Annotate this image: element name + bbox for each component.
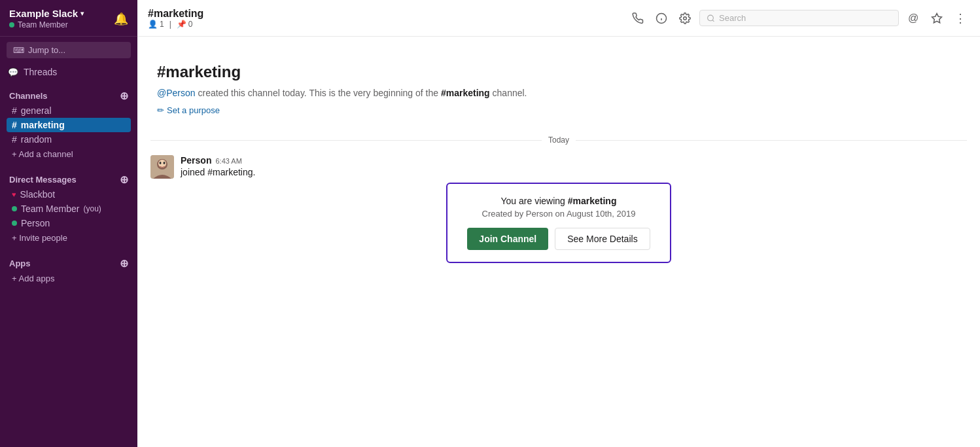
svg-point-10	[160, 162, 162, 164]
sidebar-item-general[interactable]: # general	[7, 103, 131, 118]
hash-icon: #	[12, 105, 17, 116]
slackbot-heart-icon: ♥	[12, 190, 16, 198]
apps-section: Apps ⊕ + Add apps	[0, 248, 137, 289]
sidebar-item-team-member[interactable]: Team Member (you)	[7, 202, 131, 216]
channel-title-area: #marketing 👤 1 | 📌 0	[148, 8, 203, 29]
dm-person-label: Person	[21, 218, 50, 228]
sidebar-item-threads[interactable]: 💬 Threads	[0, 63, 137, 80]
svg-line-5	[712, 20, 714, 21]
message-text: joined #marketing.	[181, 167, 967, 177]
sidebar-item-slackbot[interactable]: ♥ Slackbot	[7, 187, 131, 202]
invite-people-link[interactable]: + Invite people	[7, 230, 131, 245]
channels-section-header: Channels ⊕	[7, 90, 131, 102]
channel-random-label: random	[21, 134, 52, 145]
search-box[interactable]	[699, 10, 899, 26]
dm-section: Direct Messages ⊕ ♥ Slackbot Team Member…	[0, 164, 137, 248]
notification-bell-icon[interactable]: 🔔	[114, 12, 128, 26]
channel-mention[interactable]: @Person	[157, 88, 196, 98]
you-label: (you)	[83, 204, 101, 213]
message-body: Person 6:43 AM joined #marketing.	[181, 155, 967, 179]
sidebar-header: Example Slack ▾ Team Member 🔔	[0, 0, 137, 37]
pin-icon: 📌	[177, 20, 186, 29]
svg-marker-6	[932, 13, 942, 22]
jump-to-label: Jump to...	[28, 45, 65, 55]
intro-text-start: created this channel today. This is the …	[198, 88, 441, 98]
dm-slackbot-label: Slackbot	[20, 189, 56, 200]
dm-online-icon	[12, 221, 17, 226]
viewing-text-label: You are viewing	[501, 196, 565, 206]
svg-point-11	[164, 162, 166, 164]
workspace-name-text: Example Slack	[9, 8, 78, 19]
svg-point-4	[708, 15, 714, 21]
svg-point-3	[684, 16, 687, 20]
add-apps-icon[interactable]: ⊕	[120, 257, 128, 270]
sidebar-item-marketing[interactable]: # marketing	[7, 118, 131, 132]
sidebar-item-person[interactable]: Person	[7, 216, 131, 230]
today-divider: Today	[137, 129, 980, 151]
dm-label: Direct Messages	[9, 175, 77, 185]
add-apps-label: + Add apps	[12, 274, 54, 283]
join-channel-button[interactable]: Join Channel	[467, 228, 548, 250]
viewing-text: You are viewing #marketing	[467, 196, 650, 206]
separator: |	[169, 20, 171, 29]
dm-team-member-label: Team Member	[21, 204, 79, 214]
members-info: 👤 1	[148, 20, 164, 29]
sidebar-item-random[interactable]: # random	[7, 132, 131, 147]
message-header: Person 6:43 AM	[181, 155, 967, 166]
bottom-area: You are viewing #marketing Created by Pe…	[137, 183, 980, 276]
members-count: 1	[160, 20, 164, 29]
members-icon: 👤	[148, 20, 158, 29]
set-purpose-link[interactable]: ✏ Set a purpose	[157, 105, 220, 115]
channel-ref: #marketing	[441, 88, 490, 98]
messages-area: #marketing @Person created this channel …	[137, 37, 980, 447]
mention-icon[interactable]: @	[904, 9, 922, 27]
see-more-details-button[interactable]: See More Details	[555, 228, 650, 250]
hash-icon: #	[12, 120, 17, 130]
join-card-buttons: Join Channel See More Details	[467, 228, 650, 250]
more-icon[interactable]: ⋮	[951, 9, 970, 27]
add-channel-link-label: + Add a channel	[12, 149, 73, 159]
apps-section-header: Apps ⊕	[7, 257, 131, 270]
dm-section-header: Direct Messages ⊕	[7, 173, 131, 186]
workspace-name[interactable]: Example Slack ▾	[9, 8, 84, 19]
message-row: Person 6:43 AM joined #marketing.	[137, 151, 980, 183]
created-text: Created by Person on August 10th, 2019	[467, 209, 650, 219]
divider-label: Today	[548, 135, 569, 145]
threads-label: Threads	[24, 67, 57, 77]
channel-intro-description: @Person created this channel today. This…	[157, 86, 960, 100]
user-role-label: Team Member	[18, 20, 68, 29]
message-sender: Person	[181, 155, 211, 166]
topbar-icons: @ ⋮	[629, 9, 970, 27]
channel-intro-heading: #marketing	[157, 63, 960, 81]
main-content: #marketing 👤 1 | 📌 0	[137, 0, 980, 447]
hash-icon: #	[12, 134, 17, 145]
threads-icon: 💬	[8, 67, 18, 77]
sidebar: Example Slack ▾ Team Member 🔔 ⌨ Jump to.…	[0, 0, 137, 447]
jump-icon: ⌨	[13, 46, 24, 55]
message-time: 6:43 AM	[215, 157, 241, 165]
intro-text-end: channel.	[493, 88, 527, 98]
search-icon	[707, 14, 715, 23]
dm-online-icon	[12, 206, 17, 211]
join-card: You are viewing #marketing Created by Pe…	[446, 183, 671, 263]
add-channel-icon[interactable]: ⊕	[120, 90, 128, 102]
jump-to-button[interactable]: ⌨ Jump to...	[7, 42, 131, 58]
viewing-channel-name: #marketing	[568, 196, 617, 206]
invite-label: + Invite people	[12, 233, 67, 243]
channels-label: Channels	[9, 91, 48, 101]
settings-icon[interactable]	[676, 9, 694, 27]
online-status-icon	[9, 22, 14, 27]
call-icon[interactable]	[629, 9, 647, 27]
info-icon[interactable]	[652, 9, 671, 27]
search-input[interactable]	[719, 13, 892, 23]
star-icon[interactable]	[928, 9, 946, 27]
add-dm-icon[interactable]: ⊕	[120, 173, 128, 186]
add-apps-link[interactable]: + Add apps	[7, 271, 131, 286]
avatar	[150, 155, 174, 179]
pins-count: 0	[188, 20, 193, 29]
set-purpose-label: Set a purpose	[167, 105, 220, 115]
add-channel-link[interactable]: + Add a channel	[7, 147, 131, 162]
channel-general-label: general	[21, 105, 52, 116]
apps-label: Apps	[9, 259, 31, 268]
pencil-icon: ✏	[157, 105, 164, 115]
